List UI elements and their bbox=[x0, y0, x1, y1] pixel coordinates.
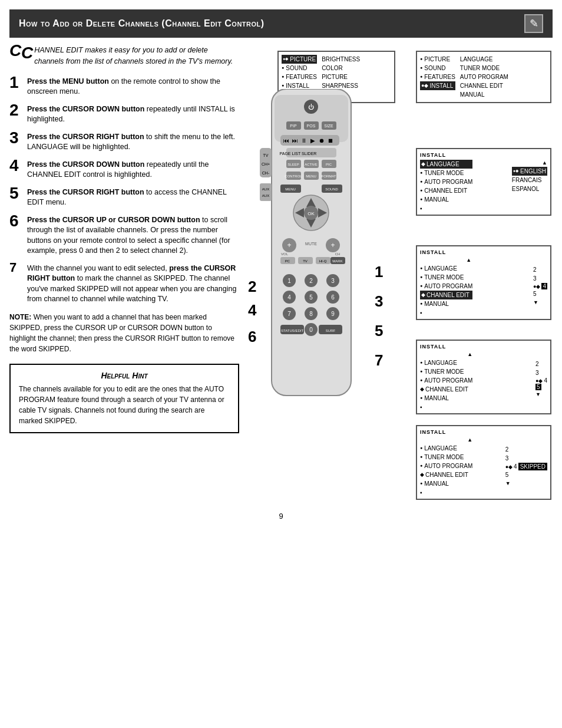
svg-text:SURF: SURF bbox=[326, 329, 336, 332]
step-4: 4 Press the CURSOR DOWN button repeatedl… bbox=[9, 160, 239, 180]
step-overlay-7: 7 bbox=[375, 351, 383, 370]
step-3: 3 Press the CURSOR RIGHT button to shift… bbox=[9, 132, 239, 153]
screen2-tuner: TUNER MODE bbox=[460, 64, 508, 73]
svg-text:1: 1 bbox=[287, 278, 291, 284]
screen-channel-edit-menu: INSTALL ▲ ● LANGUAGE ● TUNER MODE ● AUTO… bbox=[416, 245, 551, 320]
screen-skipped: INSTALL ▲ ● LANGUAGE ● TUNER MODE ● AUTO… bbox=[416, 425, 551, 500]
step-7: 7 With the channel you want to edit sele… bbox=[9, 263, 239, 305]
svg-text:⏮: ⏮ bbox=[283, 137, 289, 144]
screen6-title: INSTALL bbox=[420, 429, 547, 435]
svg-text:+: + bbox=[330, 241, 335, 249]
screen1-item-features: ● FEATURES bbox=[282, 73, 317, 81]
screen1-color: COLOR bbox=[322, 64, 360, 73]
screen5-num4: 4 bbox=[544, 377, 547, 384]
screen5-language: ● LANGUAGE bbox=[420, 358, 472, 367]
screen5-auto: ● AUTO PROGRAM bbox=[420, 376, 472, 385]
step-overlay-5: 5 bbox=[375, 322, 383, 340]
screen6-auto: ● AUTO PROGRAM bbox=[420, 462, 472, 470]
svg-text:POS: POS bbox=[307, 124, 316, 128]
screen4-num4: 4 bbox=[541, 283, 547, 289]
step-content-1: Press the MENU button on the remote cont… bbox=[27, 77, 239, 97]
screen2-channel: CHANNEL EDIT bbox=[460, 81, 508, 90]
svg-text:9: 9 bbox=[331, 311, 335, 317]
screen6-right: 2 3 ●◆ 4 SKIPPED 5 ▼ bbox=[505, 437, 547, 496]
screen4-right: 2 3 ●◆ 4 5 ▼ bbox=[533, 257, 547, 316]
screen6-num2: 2 bbox=[505, 445, 547, 454]
remote-control: ⏻ PIP POS SIZE ⏮ ⏭ ⏸ ▶ ⏺ ⏹ bbox=[254, 89, 369, 407]
step-number-4: 4 bbox=[9, 157, 27, 180]
screen-language-menu: INSTALL ◆ LANGUAGE ● TUNER MODE ● AUTO P… bbox=[416, 148, 551, 216]
screen6-channel: ◆ CHANNEL EDIT bbox=[420, 470, 472, 479]
svg-text:+: + bbox=[287, 241, 291, 249]
svg-text:MENU: MENU bbox=[285, 187, 296, 191]
screen-install-menu: ● PICTURE ● SOUND ● FEATURES ●◆ INSTALL … bbox=[416, 51, 551, 103]
screen2-picture: ● PICTURE bbox=[420, 55, 455, 64]
svg-text:MARK: MARK bbox=[332, 259, 342, 263]
svg-text:HI-Q: HI-Q bbox=[319, 259, 327, 263]
svg-text:SLEEP: SLEEP bbox=[287, 163, 299, 166]
screen-channel4-selected: INSTALL ▲ ● LANGUAGE ● TUNER MODE ● AUTO… bbox=[416, 340, 551, 414]
screen6-num5: 5 bbox=[505, 470, 547, 479]
screen6-arr-down: ▼ bbox=[505, 480, 547, 486]
svg-text:0: 0 bbox=[309, 327, 313, 333]
screen3-francais: FRANCAIS bbox=[512, 176, 547, 185]
screen2-install: ●◆ INSTALL bbox=[420, 81, 455, 90]
step-content-4: Press the CURSOR DOWN button repeatedly … bbox=[27, 160, 239, 180]
step7-text-before: With the channel you want to edit select… bbox=[27, 264, 169, 272]
screen5-manual: ● MANUAL bbox=[420, 394, 472, 403]
screen6-num3: 3 bbox=[505, 454, 547, 463]
svg-text:3: 3 bbox=[331, 278, 335, 284]
step-overlay-3: 3 bbox=[375, 292, 383, 311]
svg-text:7: 7 bbox=[287, 311, 291, 317]
svg-text:PC: PC bbox=[285, 259, 290, 263]
screen4-manual: ● MANUAL bbox=[420, 299, 472, 308]
svg-text:⏻: ⏻ bbox=[308, 104, 314, 110]
screen6-tuner: ● TUNER MODE bbox=[420, 453, 472, 462]
svg-text:FORMAT: FORMAT bbox=[322, 174, 336, 178]
screen3-down: ▪ bbox=[420, 205, 472, 212]
svg-text:OK: OK bbox=[308, 211, 315, 216]
step-number-6: 6 bbox=[9, 213, 27, 256]
page-header: How to Add or Delete Channels (Channel E… bbox=[9, 9, 553, 38]
screen1-brightness: BRIGHTNESS bbox=[322, 55, 360, 64]
svg-text:CH: CH bbox=[335, 252, 340, 256]
step-number-2: 2 bbox=[9, 102, 27, 125]
hint-title: Helpful Hint bbox=[19, 371, 230, 380]
svg-text:AUX: AUX bbox=[262, 187, 269, 191]
remote-svg: ⏻ PIP POS SIZE ⏮ ⏭ ⏸ ▶ ⏺ ⏹ bbox=[254, 89, 369, 407]
step-overlay-1: 1 bbox=[375, 263, 383, 281]
step5-bold: Press the CURSOR RIGHT button bbox=[27, 188, 144, 196]
screen3-manual: ● MANUAL bbox=[420, 195, 472, 204]
screen6-language: ● LANGUAGE bbox=[420, 444, 472, 453]
step-2: 2 Press the CURSOR DOWN button repeatedl… bbox=[9, 104, 239, 125]
screen1-picture: PICTURE bbox=[322, 73, 360, 81]
screen4-down: ▪ bbox=[420, 309, 472, 316]
screen4-left: ▲ ● LANGUAGE ● TUNER MODE ● AUTO PROGRAM… bbox=[420, 257, 472, 316]
step-content-7: With the channel you want to edit select… bbox=[27, 263, 239, 305]
screen5-arr-down: ▼ bbox=[535, 391, 547, 397]
skipped-label: SKIPPED bbox=[518, 463, 547, 470]
screen2-auto: AUTO PROGRAM bbox=[460, 73, 508, 81]
svg-text:CONTROL: CONTROL bbox=[285, 174, 302, 178]
svg-text:SIZE: SIZE bbox=[324, 124, 333, 128]
step-number-7: 7 bbox=[9, 261, 27, 305]
svg-text:STATUS/EDIT: STATUS/EDIT bbox=[281, 329, 303, 332]
svg-text:PAGE LIST SLIDER: PAGE LIST SLIDER bbox=[280, 151, 317, 156]
svg-text:CH-: CH- bbox=[262, 171, 270, 175]
header-icon: ✎ bbox=[524, 14, 543, 33]
screen2-sound: ● SOUND bbox=[420, 64, 455, 73]
screen1-item-picture: ●◆ PICTURE bbox=[282, 55, 317, 64]
svg-text:5: 5 bbox=[309, 294, 313, 301]
screen4-language: ● LANGUAGE bbox=[420, 264, 472, 273]
screen6-manual: ● MANUAL bbox=[420, 479, 472, 488]
screen2-features: ● FEATURES bbox=[420, 73, 455, 81]
screen6-left: ▲ ● LANGUAGE ● TUNER MODE ● AUTO PROGRAM… bbox=[420, 437, 472, 496]
svg-text:TV: TV bbox=[263, 153, 269, 157]
svg-text:SOUND: SOUND bbox=[325, 187, 338, 191]
screen4-tuner: ● TUNER MODE bbox=[420, 273, 472, 282]
screen3-language: ◆ LANGUAGE bbox=[420, 160, 472, 169]
screen2-right: LANGUAGE TUNER MODE AUTO PROGRAM CHANNEL… bbox=[460, 55, 508, 99]
page-title: How to Add or Delete Channels (Channel E… bbox=[19, 18, 265, 29]
screen1-item-sound: ● SOUND bbox=[282, 64, 317, 73]
note-section: NOTE: When you want to add a channel tha… bbox=[9, 312, 239, 354]
